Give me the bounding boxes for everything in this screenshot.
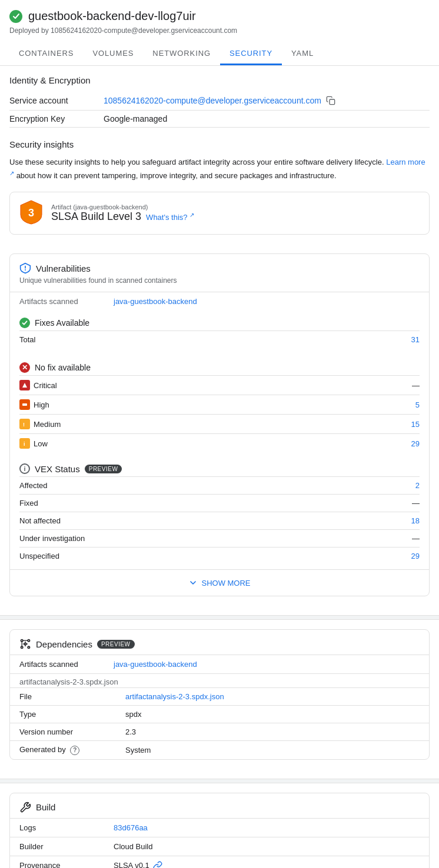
- generated-by-row: Generated by ? System: [10, 741, 429, 759]
- vex-fixed-label: Fixed: [19, 499, 412, 508]
- service-account-link[interactable]: 1085624162020-compute@developer.gservice…: [104, 96, 321, 105]
- tab-bar: CONTAINERS VOLUMES NETWORKING SECURITY Y…: [9, 43, 430, 65]
- deps-artifacts-value[interactable]: java-guestbook-backend: [114, 660, 197, 669]
- fixes-available-section: Fixes Available Total 31: [10, 311, 429, 348]
- provenance-link-icon[interactable]: [153, 861, 162, 868]
- generated-by-label: Generated by ?: [10, 741, 116, 759]
- dependencies-icon: [19, 638, 31, 650]
- deps-preview-badge: PREVIEW: [97, 640, 135, 649]
- section-divider-2: [0, 779, 439, 783]
- artifacts-scanned-row: Artifacts scanned java-guestbook-backend: [10, 292, 429, 311]
- total-value[interactable]: 31: [411, 335, 420, 344]
- version-row: Version number 2.3: [10, 723, 429, 741]
- show-more-label: SHOW MORE: [201, 579, 250, 587]
- build-title: Build: [36, 802, 55, 812]
- vex-affected-row: Affected 2: [19, 476, 420, 494]
- medium-value[interactable]: 15: [411, 420, 420, 429]
- svg-rect-0: [330, 99, 335, 105]
- tab-security[interactable]: SECURITY: [220, 43, 282, 65]
- total-fixes-row: Total 31: [19, 330, 420, 348]
- vex-under-investigation-value: —: [412, 534, 420, 543]
- build-box: Build Logs 83d676aa Builder Cloud Build …: [9, 793, 430, 868]
- vex-affected-label: Affected: [19, 481, 415, 490]
- low-icon: i: [19, 438, 30, 449]
- provenance-row: Provenance SLSA v0.1: [10, 856, 429, 868]
- provenance-label: Provenance: [19, 861, 114, 868]
- identity-table: Service account 1085624162020-compute@de…: [9, 92, 430, 128]
- dependencies-box: Dependencies PREVIEW Artifacts scanned j…: [9, 629, 430, 760]
- low-label: i Low: [19, 438, 411, 449]
- encryption-key-label: Encryption Key: [9, 111, 104, 128]
- slsa-info: Artifact (java-guestbook-backend) SLSA B…: [51, 203, 194, 223]
- tab-containers[interactable]: CONTAINERS: [9, 43, 83, 65]
- vuln-header: Vulnerabilities: [10, 254, 429, 276]
- security-insights-section: Security insights Use these security ins…: [0, 137, 439, 253]
- type-row: Type spdx: [10, 706, 429, 723]
- shield-alert-icon: [19, 262, 31, 274]
- file-label: File: [10, 688, 116, 706]
- logs-row: Logs 83d676aa: [10, 818, 429, 837]
- vex-fixed-row: Fixed —: [19, 494, 420, 512]
- whats-this-link[interactable]: What's this? ↗: [146, 212, 194, 222]
- page-title: guestbook-backend-dev-llog7uir: [28, 9, 196, 23]
- vex-under-investigation-label: Under investigation: [19, 534, 412, 543]
- insights-description: Use these security insights to help you …: [9, 156, 430, 182]
- vex-preview-badge: PREVIEW: [85, 465, 122, 473]
- vex-header: i VEX Status PREVIEW: [10, 455, 429, 476]
- high-row: High 5: [19, 395, 420, 414]
- help-icon[interactable]: ?: [70, 746, 79, 755]
- title-row: guestbook-backend-dev-llog7uir: [9, 9, 430, 23]
- slsa-title: SLSA Build Level 3 What's this? ↗: [51, 211, 194, 223]
- file-value: artifactanalysis-2-3.spdx.json: [116, 688, 429, 706]
- svg-point-9: [24, 643, 26, 645]
- svg-point-6: [28, 640, 29, 642]
- tab-networking[interactable]: NETWORKING: [143, 43, 220, 65]
- medium-icon: !: [19, 419, 30, 429]
- version-label: Version number: [10, 723, 116, 741]
- svg-text:i: i: [24, 441, 25, 446]
- vex-not-affected-label: Not affected: [19, 516, 411, 525]
- no-fix-header: ✕ No fix available: [19, 362, 420, 373]
- status-icon: [9, 10, 22, 23]
- tab-yaml[interactable]: YAML: [282, 43, 323, 65]
- vex-status-section: i VEX Status PREVIEW Affected 2 Fixed — …: [10, 453, 429, 565]
- service-account-value: 1085624162020-compute@developer.gservice…: [104, 92, 430, 111]
- high-value[interactable]: 5: [415, 400, 420, 409]
- copy-icon[interactable]: [326, 96, 337, 106]
- high-icon: [19, 399, 30, 410]
- no-fix-title: No fix available: [35, 363, 91, 372]
- logs-label: Logs: [19, 823, 114, 832]
- fixes-available-header: Fixes Available: [19, 318, 420, 328]
- vuln-title: Vulnerabilities: [36, 263, 91, 273]
- identity-encryption-title: Identity & Encryption: [9, 75, 430, 85]
- vex-unspecified-label: Unspecified: [19, 552, 411, 560]
- type-value: spdx: [116, 706, 429, 723]
- tab-volumes[interactable]: VOLUMES: [83, 43, 143, 65]
- fixes-check-icon: [19, 318, 30, 328]
- artifact-sub-table: File artifactanalysis-2-3.spdx.json Type…: [10, 687, 429, 759]
- show-more-button[interactable]: SHOW MORE: [10, 569, 429, 596]
- builder-row: Builder Cloud Build: [10, 837, 429, 856]
- encryption-key-value: Google-managed: [104, 111, 430, 128]
- vex-affected-value[interactable]: 2: [415, 481, 420, 490]
- file-link[interactable]: artifactanalysis-2-3.spdx.json: [125, 692, 224, 701]
- vex-unspecified-value[interactable]: 29: [411, 552, 420, 560]
- vex-title: VEX Status: [35, 464, 80, 474]
- service-account-label: Service account: [9, 92, 104, 111]
- build-header: Build: [10, 793, 429, 818]
- vex-not-affected-value[interactable]: 18: [411, 516, 420, 525]
- high-label: High: [19, 399, 415, 410]
- low-value[interactable]: 29: [411, 439, 420, 448]
- no-fix-section: ✕ No fix available Critical —: [10, 355, 429, 453]
- logs-link[interactable]: 83d676aa: [114, 823, 148, 832]
- slsa-badge-container: 3: [19, 199, 43, 227]
- vex-fixed-value: —: [412, 499, 420, 508]
- vex-info-icon: i: [19, 463, 30, 474]
- artifact-file-label: artifactanalysis-2-3.spdx.json: [10, 673, 429, 687]
- vex-under-investigation-row: Under investigation —: [19, 529, 420, 547]
- insights-text-1: Use these security insights to help you …: [9, 158, 384, 166]
- type-label: Type: [10, 706, 116, 723]
- artifacts-scanned-value[interactable]: java-guestbook-backend: [114, 297, 197, 306]
- deployed-by: Deployed by 1085624162020-compute@develo…: [9, 26, 430, 35]
- svg-point-8: [28, 646, 29, 648]
